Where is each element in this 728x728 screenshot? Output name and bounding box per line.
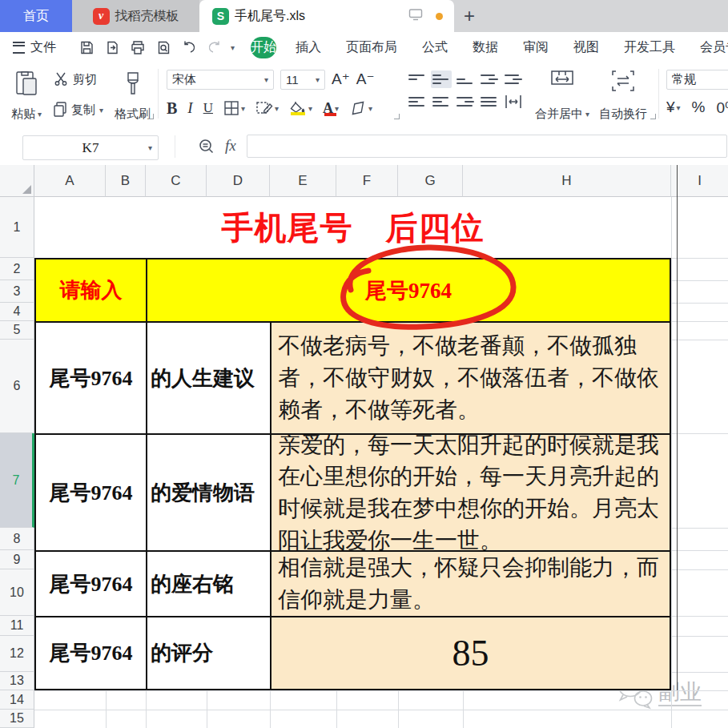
select-all-corner[interactable] — [0, 165, 34, 197]
row-header-9[interactable]: 9 — [0, 550, 34, 569]
cell-content-text[interactable]: 亲爱的，每一天太阳升起的时候就是我在心里想你的开始，每一天月亮升起的时候就是我在… — [271, 435, 670, 550]
cell-content-text[interactable]: 不做老病号，不做老番颠，不做孤独者，不做守财奴，不做落伍者，不做依赖者，不做等死… — [271, 323, 670, 433]
bold-button[interactable]: B — [167, 99, 177, 118]
clipboard-dialog-launcher[interactable] — [148, 114, 154, 119]
cell-category-label[interactable]: 的评分 — [147, 617, 271, 689]
cell-category-label[interactable]: 的座右铭 — [147, 552, 271, 616]
draw-border-button[interactable]: ▾ — [255, 100, 279, 116]
print-button[interactable] — [128, 38, 147, 57]
align-bottom-icon[interactable] — [455, 70, 476, 88]
tab-view[interactable]: 视图 — [573, 39, 599, 56]
underline-button[interactable]: U — [203, 100, 213, 116]
cell-tail-number[interactable]: 尾号9764 — [36, 323, 147, 433]
row-header-2[interactable]: 2 — [0, 258, 34, 280]
column-header-I[interactable]: I — [671, 165, 728, 197]
undo-button[interactable] — [179, 38, 199, 57]
name-box[interactable]: K7 ▾ — [22, 135, 159, 160]
cell-content-text[interactable]: 相信就是强大，怀疑只会抑制能力，而信仰就是力量。 — [271, 552, 670, 616]
column-header-F[interactable]: F — [336, 165, 398, 197]
redo-button[interactable] — [205, 38, 224, 57]
align-center-icon[interactable] — [431, 93, 452, 111]
increase-font-button[interactable]: A⁺ — [332, 70, 350, 90]
row-header-5[interactable]: 5 — [0, 321, 34, 340]
tab-formulas[interactable]: 公式 — [422, 39, 448, 56]
cell-tail-number[interactable]: 尾号9764 — [36, 435, 147, 550]
alignment-dialog-launcher[interactable] — [650, 114, 656, 119]
cell-category-label[interactable]: 的爱情物语 — [147, 435, 271, 550]
row-header-7-selected[interactable]: 7 — [0, 433, 34, 528]
eraser-button[interactable]: ▾ — [349, 101, 372, 115]
tab-page-layout[interactable]: 页面布局 — [346, 39, 397, 56]
cell-category-label[interactable]: 的人生建议 — [147, 323, 271, 433]
save-button[interactable] — [77, 38, 96, 57]
borders-button[interactable]: ▾ — [223, 100, 245, 116]
row-header-13[interactable]: 13 — [0, 672, 34, 690]
print-preview-button[interactable] — [154, 38, 173, 57]
tab-docer-template[interactable]: v 找稻壳模板 — [72, 0, 199, 32]
currency-button[interactable]: ¥▾ — [666, 99, 681, 116]
merge-center-button[interactable]: 合并居中▾ — [535, 69, 589, 122]
tab-review[interactable]: 审阅 — [523, 39, 549, 56]
column-header-B[interactable]: B — [106, 165, 146, 197]
cell-score-value[interactable]: 85 — [271, 617, 670, 689]
align-middle-icon[interactable] — [431, 70, 452, 88]
column-header-A[interactable]: A — [34, 165, 106, 197]
row-header-1[interactable]: 1 — [0, 197, 34, 258]
tab-home[interactable]: 首页 — [0, 0, 72, 32]
qat-dropdown-icon[interactable]: ▾ — [231, 43, 235, 52]
formula-input[interactable] — [247, 135, 727, 158]
decrease-font-button[interactable]: A⁻ — [356, 70, 375, 90]
fx-icon[interactable]: fx — [225, 137, 236, 155]
row-header-3[interactable]: 3 — [0, 280, 34, 303]
paste-button[interactable]: 粘贴▾ — [11, 69, 42, 122]
font-name-select[interactable]: 宋体▾ — [167, 70, 274, 90]
tab-data[interactable]: 数据 — [473, 39, 498, 56]
row-header-14[interactable]: 14 — [0, 690, 34, 710]
comma-style-button[interactable]: 0⁰ — [717, 99, 728, 117]
column-header-E[interactable]: E — [270, 165, 336, 197]
cell-title-merged[interactable]: 手机尾号 后四位 — [34, 197, 671, 258]
cell-tail-number[interactable]: 尾号9764 — [36, 617, 147, 689]
fill-color-button[interactable]: ▾ — [289, 100, 312, 116]
zoom-formula-icon[interactable] — [199, 139, 215, 159]
format-painter-button[interactable]: 格式刷 — [115, 69, 151, 122]
decrease-indent-icon[interactable] — [479, 70, 500, 88]
number-format-select[interactable]: 常规 — [666, 70, 728, 90]
distribute-icon[interactable] — [503, 93, 524, 111]
row-header-12[interactable]: 12 — [0, 636, 34, 672]
font-color-button[interactable]: A ▾ — [323, 100, 339, 117]
cell-tail-number[interactable]: 尾号9764 — [36, 552, 147, 616]
row-header-11[interactable]: 11 — [0, 616, 34, 636]
align-left-icon[interactable] — [407, 93, 428, 111]
align-right-icon[interactable] — [455, 93, 476, 111]
percent-button[interactable]: % — [692, 99, 706, 116]
tab-start[interactable]: 开始 — [251, 37, 276, 58]
cut-button[interactable]: 剪切 — [53, 69, 103, 90]
cell-input-label[interactable]: 请输入 — [36, 259, 147, 321]
row-header-8[interactable]: 8 — [0, 528, 34, 550]
font-dialog-launcher[interactable] — [394, 114, 400, 119]
row-header-6[interactable]: 6 — [0, 340, 34, 433]
copy-button[interactable]: 复制 ▾ — [53, 99, 103, 120]
tab-dev-tools[interactable]: 开发工具 — [624, 39, 675, 56]
column-header-H[interactable]: H — [463, 165, 671, 197]
row-header-10[interactable]: 10 — [0, 569, 34, 616]
share-screen-icon[interactable] — [408, 8, 423, 24]
justify-icon[interactable] — [479, 93, 500, 111]
increase-indent-icon[interactable] — [503, 70, 524, 88]
output-button[interactable] — [103, 38, 122, 57]
column-header-C[interactable]: C — [146, 165, 207, 197]
tab-document[interactable]: S 手机尾号.xls — [199, 0, 454, 32]
font-size-select[interactable]: 11▾ — [280, 70, 325, 90]
tab-membership[interactable]: 会员专享 — [700, 39, 728, 56]
row-header-15[interactable]: 15 — [0, 710, 34, 728]
align-top-icon[interactable] — [407, 70, 428, 88]
row-header-4[interactable]: 4 — [0, 303, 34, 321]
column-header-G[interactable]: G — [398, 165, 463, 197]
file-menu-button[interactable]: 文件 — [13, 39, 56, 56]
italic-button[interactable]: I — [187, 99, 192, 117]
tab-insert[interactable]: 插入 — [296, 39, 321, 56]
cell-input-value[interactable]: 尾号9764 — [147, 259, 670, 321]
wrap-text-button[interactable]: 自动换行 — [599, 69, 647, 122]
column-header-D[interactable]: D — [207, 165, 270, 197]
